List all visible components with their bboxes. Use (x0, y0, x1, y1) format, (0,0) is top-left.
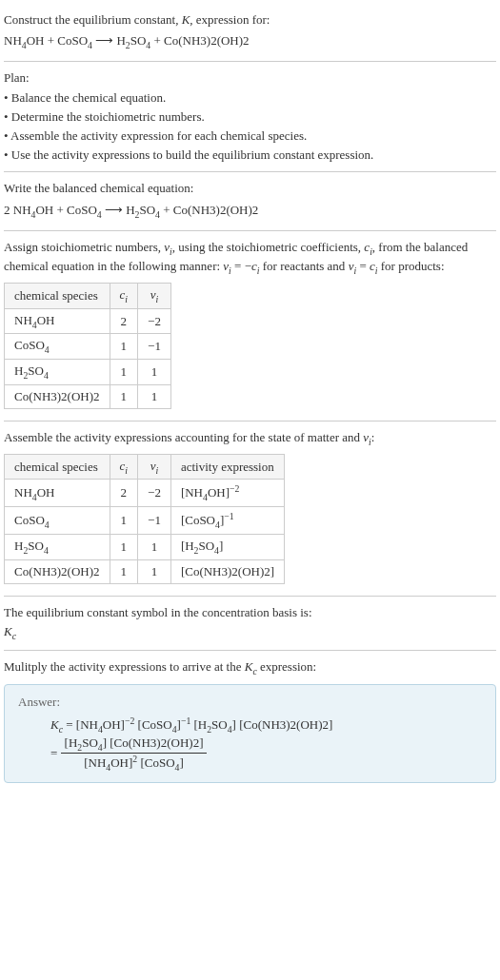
cell-c: 2 (110, 308, 138, 334)
cell-species: H2SO4 (5, 535, 110, 560)
balanced-heading: Write the balanced chemical equation: (4, 180, 496, 197)
cell-species: Co(NH3)2(OH)2 (5, 559, 110, 583)
cell-species: NH4OH (5, 480, 110, 507)
table-row: Co(NH3)2(OH)2 1 1 [Co(NH3)2(OH)2] (5, 559, 285, 583)
intro-equation: NH4OH + CoSO4 ⟶ H2SO4 + Co(NH3)2(OH)2 (4, 32, 496, 51)
table-row: NH4OH 2 −2 [NH4OH]−2 (5, 480, 285, 507)
cell-expr: [CoSO4]−1 (170, 507, 284, 535)
table-row: H2SO4 1 1 (5, 360, 171, 385)
cell-v: 1 (138, 384, 171, 408)
answer-fraction: [H2SO4] [Co(NH3)2(OH)2] [NH4OH]2 [CoSO4] (61, 735, 208, 773)
multiply-heading: Mulitply the activity expressions to arr… (4, 658, 496, 677)
plan-item: • Determine the stoichiometric numbers. (4, 108, 496, 126)
cell-v: 1 (138, 535, 171, 560)
stoich-heading: Assign stoichiometric numbers, νi, using… (4, 239, 496, 277)
plan-item: • Use the activity expressions to build … (4, 147, 496, 164)
col-expr: activity expression (170, 454, 284, 480)
cell-v: 1 (138, 360, 171, 385)
table-row: NH4OH 2 −2 (5, 308, 171, 334)
answer-box: Answer: Kc = [NH4OH]−2 [CoSO4]−1 [H2SO4]… (4, 684, 496, 783)
plan-item: • Balance the chemical equation. (4, 89, 496, 107)
plan-item: • Assemble the activity expression for e… (4, 127, 496, 145)
balanced-equation: 2 NH4OH + CoSO4 ⟶ H2SO4 + Co(NH3)2(OH)2 (4, 202, 496, 221)
col-species: chemical species (5, 284, 110, 309)
answer-line1: Kc = [NH4OH]−2 [CoSO4]−1 [H2SO4] [Co(NH3… (50, 715, 482, 735)
stoich-section: Assign stoichiometric numbers, νi, using… (4, 231, 496, 421)
cell-v: −2 (138, 308, 171, 334)
col-ci: ci (110, 454, 138, 480)
cell-v: 1 (138, 559, 171, 583)
activity-heading: Assemble the activity expressions accoun… (4, 429, 496, 448)
table-header-row: chemical species ci νi activity expressi… (5, 454, 285, 480)
intro-title: Construct the equilibrium constant, K, e… (4, 11, 496, 29)
multiply-section: Mulitply the activity expressions to arr… (4, 651, 496, 794)
table-row: H2SO4 1 1 [H2SO4] (5, 535, 285, 560)
col-vi: νi (138, 454, 171, 480)
stoich-table: chemical species ci νi NH4OH 2 −2 CoSO4 … (4, 283, 171, 408)
cell-c: 2 (110, 480, 138, 507)
cell-species: NH4OH (5, 308, 110, 334)
intro-section: Construct the equilibrium constant, K, e… (4, 4, 496, 62)
cell-c: 1 (110, 334, 138, 360)
activity-section: Assemble the activity expressions accoun… (4, 421, 496, 597)
answer-label: Answer: (18, 695, 482, 710)
col-species: chemical species (5, 454, 110, 480)
symbol-section: The equilibrium constant symbol in the c… (4, 597, 496, 651)
table-row: Co(NH3)2(OH)2 1 1 (5, 384, 171, 408)
symbol-value: Kc (4, 623, 496, 642)
cell-species: H2SO4 (5, 360, 110, 385)
answer-body: Kc = [NH4OH]−2 [CoSO4]−1 [H2SO4] [Co(NH3… (18, 715, 482, 773)
activity-table: chemical species ci νi activity expressi… (4, 454, 285, 584)
answer-line2: = [H2SO4] [Co(NH3)2(OH)2] [NH4OH]2 [CoSO… (50, 735, 482, 773)
fraction-denominator: [NH4OH]2 [CoSO4] (61, 754, 208, 773)
plan-heading: Plan: (4, 69, 496, 87)
cell-species: CoSO4 (5, 334, 110, 360)
cell-c: 1 (110, 507, 138, 535)
table-row: CoSO4 1 −1 (5, 334, 171, 360)
balanced-section: Write the balanced chemical equation: 2 … (4, 172, 496, 230)
col-ci: ci (110, 284, 138, 309)
col-vi: νi (138, 284, 171, 309)
cell-c: 1 (110, 535, 138, 560)
cell-v: −1 (138, 507, 171, 535)
table-row: CoSO4 1 −1 [CoSO4]−1 (5, 507, 285, 535)
cell-expr: [NH4OH]−2 (170, 480, 284, 507)
cell-species: Co(NH3)2(OH)2 (5, 384, 110, 408)
fraction-numerator: [H2SO4] [Co(NH3)2(OH)2] (61, 735, 208, 754)
cell-v: −2 (138, 480, 171, 507)
plan-section: Plan: • Balance the chemical equation. •… (4, 62, 496, 172)
cell-c: 1 (110, 559, 138, 583)
cell-c: 1 (110, 384, 138, 408)
cell-species: CoSO4 (5, 507, 110, 535)
cell-expr: [H2SO4] (170, 535, 284, 560)
cell-c: 1 (110, 360, 138, 385)
cell-expr: [Co(NH3)2(OH)2] (170, 559, 284, 583)
table-header-row: chemical species ci νi (5, 284, 171, 309)
symbol-heading: The equilibrium constant symbol in the c… (4, 604, 496, 621)
cell-v: −1 (138, 334, 171, 360)
